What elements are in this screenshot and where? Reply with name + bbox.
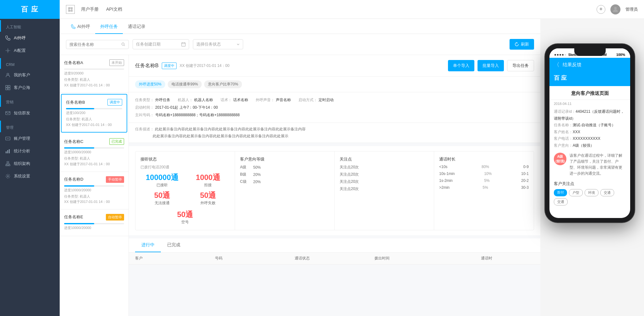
org-icon: [5, 161, 11, 166]
topbar: 用户手册 API文档 + 管理员: [60, 0, 644, 19]
date-placeholder: 任务创建日期: [136, 41, 161, 47]
task-status-d: 手动暂停: [106, 176, 124, 183]
phone-mockup-area: Sketch 9:41 AM 100% 〈 结果反馈: [540, 19, 644, 316]
account-icon: [5, 136, 11, 141]
col-talk-time: 通话时: [481, 256, 534, 261]
iphone-screen: Sketch 9:41 AM 100% 〈 结果反馈: [549, 48, 630, 218]
tab-call-record[interactable]: 通话记录: [123, 20, 150, 34]
phone-desc: 该客户在通话过程中，详细了解了产品细节，关注了首付、户型、环境等问题，非常渴望有…: [570, 153, 626, 177]
add-button[interactable]: +: [597, 5, 605, 14]
task-name-b: 任务名称B: [66, 100, 85, 105]
sidebar-item-customer-sea[interactable]: 客户公海: [0, 81, 60, 94]
task-card-b[interactable]: 任务名称B 调度中 进度100/200 任务类型: 机器人 XX 创建于2017…: [61, 94, 127, 133]
task-card-e[interactable]: 任务名称E 自动暂停 进度10000/20000: [60, 210, 128, 236]
phone-attention-title: 客户关注点: [549, 179, 630, 188]
expand-button[interactable]: [66, 5, 75, 14]
phone-date: 2018-04-11: [549, 100, 630, 107]
settings-icon: [5, 48, 11, 53]
topbar-user-manual[interactable]: 用户手册: [81, 7, 99, 12]
date-picker[interactable]: 任务创建日期: [133, 39, 189, 49]
task-detail-actions: 单个导入 批量导入 导出任务: [448, 60, 534, 71]
tab-completed[interactable]: 已完成: [161, 238, 187, 252]
phone-grade-section: A级(较强) 该客户在通话过程中，详细了解了产品细节，关注了首付、户型、环境等问…: [549, 150, 630, 179]
col-phone: 号码: [215, 256, 295, 261]
table-header: 客户 号码 通话状态 拨出时间 通话时: [129, 253, 540, 264]
content-area: AI外呼 外呼任务 通话记录 任务创建日期: [60, 19, 644, 316]
search-task-name[interactable]: [66, 40, 129, 49]
empty-count: 50通: [140, 210, 230, 220]
sidebar-item-account[interactable]: 账户管理: [0, 132, 60, 145]
task-description: 任务描述： 此处展示备注内容此处展示备注内容此处展示备注内容此处展示备注内容此处…: [129, 123, 540, 143]
svg-point-15: [7, 176, 8, 177]
signal-dot-2: [557, 54, 559, 56]
refresh-button[interactable]: 刷新: [510, 39, 534, 50]
sidebar-item-org[interactable]: 组织架构: [0, 157, 60, 170]
sidebar-item-stats-label: 统计分析: [14, 148, 30, 154]
tag-connect-rate: 电话接通率99%: [168, 80, 202, 88]
status-dropdown[interactable]: 选择任务状态: [193, 39, 243, 49]
task-meta-d: 任务类型: 机器人 XX 创建于2017-01-01 14：00: [64, 194, 124, 205]
sidebar-item-system-label: 系统设置: [14, 173, 30, 179]
topbar-api-doc[interactable]: API文档: [106, 7, 122, 12]
col-status: 通话状态: [295, 256, 374, 261]
export-button[interactable]: 导出任务: [507, 60, 534, 71]
phone-page-title: 意向客户推送页面: [549, 86, 630, 100]
refresh-label: 刷新: [521, 41, 529, 47]
tab-outbound-task[interactable]: 外呼任务: [95, 20, 123, 34]
task-card-d[interactable]: 任务名称D 手动暂停 进度10000/20000 任务类型: 机器人 XX 创建…: [60, 172, 128, 210]
svg-rect-6: [6, 112, 10, 115]
sidebar-item-system[interactable]: 系统设置: [0, 170, 60, 183]
task-card-c[interactable]: 任务名称C 已完成 进度10000/20000 任务类型: 机器人 XX 创建于…: [60, 134, 128, 172]
section-management: 管理: [0, 121, 60, 132]
phone-attention-tags: 首付 户型 环境 交通 交通: [549, 188, 630, 209]
sidebar-item-my-customers[interactable]: 我的客户: [0, 69, 60, 81]
svg-rect-13: [7, 165, 8, 166]
search-input[interactable]: [69, 42, 119, 47]
tag-户型: 户型: [569, 189, 583, 196]
empty-label: 空号: [140, 220, 230, 225]
main-split-area: AI外呼 外呼任务 通话记录 任务创建日期: [60, 19, 540, 316]
search-bar: 任务创建日期 选择任务状态 刷新: [60, 34, 540, 55]
sidebar: 百 应 人工智能 AI外呼 AI配置 CRM 我的客户 客户公海 营销 短信群发…: [0, 0, 60, 316]
progress-tabs: 进行中 已完成: [129, 238, 540, 253]
import-single-button[interactable]: 单个导入: [448, 60, 474, 71]
sidebar-item-ai-outbound-label: AI外呼: [14, 35, 26, 41]
svg-rect-3: [8, 85, 10, 87]
tab-in-progress[interactable]: 进行中: [135, 238, 161, 252]
task-detail: 任务名称B 调度中 XX 创建于2017-01-01 14：00 单个导入 批量…: [129, 55, 540, 316]
phone-logo-text: 百 应: [554, 75, 567, 81]
task-detail-header: 任务名称B 调度中 XX 创建于2017-01-01 14：00 单个导入 批量…: [129, 55, 540, 77]
svg-rect-11: [7, 161, 9, 163]
sidebar-item-stats[interactable]: 统计分析: [0, 145, 60, 157]
import-batch-button[interactable]: 批量导入: [478, 60, 504, 71]
sidebar-item-ai-outbound[interactable]: AI外呼: [0, 32, 60, 44]
sidebar-item-sms-label: 短信群发: [14, 110, 30, 116]
tag-交通-1: 交通: [600, 189, 614, 196]
grid-icon: [5, 85, 11, 90]
svg-point-1: [7, 73, 9, 75]
task-status-a: 未开始: [109, 59, 124, 66]
task-status-b: 调度中: [107, 99, 122, 106]
phone-header-title: 结果反馈: [563, 62, 581, 68]
iphone-container: Sketch 9:41 AM 100% 〈 结果反馈: [545, 44, 635, 222]
gear-icon: [5, 173, 11, 179]
tab-ai-outbound[interactable]: AI外呼: [66, 20, 95, 34]
stats-section: 接听状态 已拨打电话200通 100000通 已接听 1000通: [129, 146, 540, 235]
task-progress-c: 进度10000/20000: [64, 150, 124, 155]
task-tags: 外呼进度50% 电话接通率99% 意向客户比率70%: [129, 77, 540, 92]
svg-rect-8: [6, 151, 7, 153]
phone-logo-area: 百 应: [549, 72, 630, 86]
main-tabs: AI外呼 外呼任务 通话记录: [60, 19, 540, 34]
iphone-notch: [574, 48, 606, 56]
admin-label: 管理员: [625, 7, 638, 12]
sidebar-item-ai-config[interactable]: AI配置: [0, 44, 60, 57]
svg-rect-14: [9, 165, 10, 166]
sidebar-item-sms[interactable]: 短信群发: [0, 107, 60, 119]
task-split: 任务名称A 未开始 进度0/20000 任务类型: 机器人 XX 创建于2017…: [60, 55, 540, 316]
phone-back-button[interactable]: 〈: [554, 61, 559, 68]
logo-text: 百 应: [21, 5, 39, 14]
no-connect-count: 50通: [140, 190, 184, 200]
phone-battery-area: 100%: [616, 53, 625, 57]
sidebar-item-org-label: 组织架构: [14, 161, 30, 166]
task-card-a[interactable]: 任务名称A 未开始 进度0/20000 任务类型: 机器人 XX 创建于2017…: [60, 55, 128, 93]
